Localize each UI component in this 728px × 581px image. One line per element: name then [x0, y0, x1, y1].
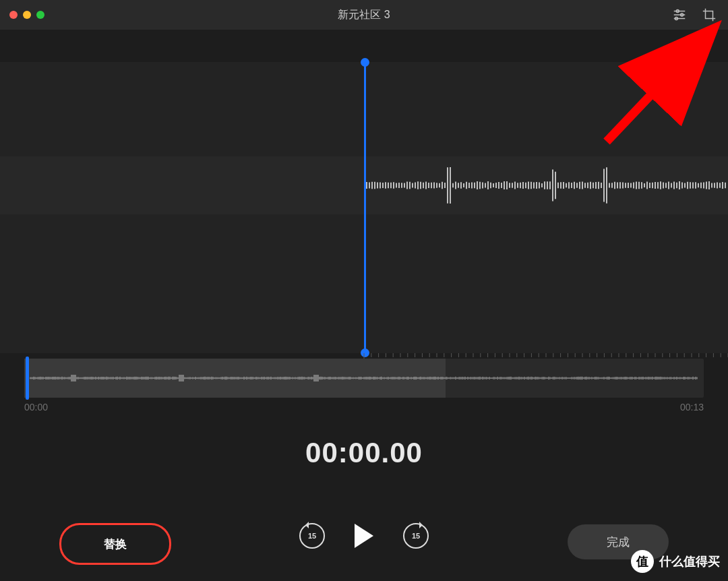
skip-back-15-button[interactable]: 15 [299, 523, 325, 549]
overview-track[interactable] [24, 359, 704, 398]
skip-amount-label: 15 [404, 524, 427, 547]
overview-end-time: 00:13 [680, 402, 704, 412]
waveform-area[interactable]: 00:0000:0100:0200:0300:04 [0, 62, 728, 353]
window-title: 新元社区 3 [0, 8, 728, 22]
skip-amount-label: 15 [301, 524, 324, 547]
overview-start-time: 00:00 [24, 402, 48, 412]
overview-time-labels: 00:00 00:13 [24, 402, 704, 412]
window-controls [9, 11, 44, 19]
playhead-handle-top[interactable] [361, 58, 369, 67]
crop-icon[interactable] [701, 7, 717, 23]
done-button-label: 完成 [607, 534, 630, 550]
overview-waveform [30, 373, 698, 383]
title-bar: 新元社区 3 [0, 0, 728, 30]
watermark-text: 什么值得买 [659, 553, 720, 570]
waveform-main [364, 163, 728, 208]
play-button[interactable] [355, 524, 373, 548]
transport-controls: 15 15 [299, 523, 429, 549]
overview-scrubber[interactable]: 00:00 00:13 [24, 359, 704, 412]
zoom-window-button[interactable] [36, 11, 44, 19]
watermark-badge: 值 [631, 550, 654, 573]
skip-forward-15-button[interactable]: 15 [403, 523, 429, 549]
settings-icon[interactable] [671, 7, 688, 23]
current-time-display: 00:00.00 [0, 437, 728, 469]
replace-button-label: 替换 [104, 537, 127, 552]
title-toolbar [671, 0, 717, 30]
playhead[interactable] [364, 62, 366, 353]
close-window-button[interactable] [9, 11, 18, 19]
minimize-window-button[interactable] [23, 11, 31, 19]
replace-button[interactable]: 替换 [59, 523, 171, 565]
watermark: 值 什么值得买 [631, 550, 720, 573]
bottom-controls: 替换 15 15 完成 [0, 519, 728, 568]
overview-playhead[interactable] [26, 357, 29, 400]
